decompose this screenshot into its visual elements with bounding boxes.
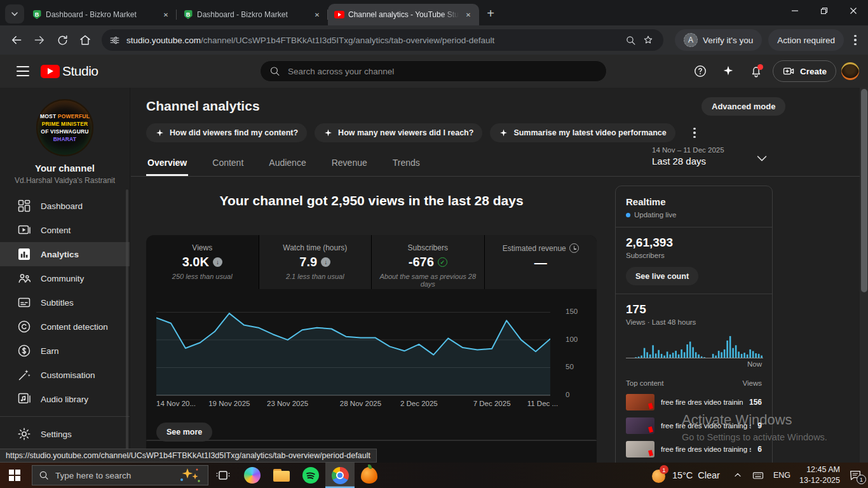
views-line-chart[interactable]: 050100150 14 Nov 20...19 Nov 202523 Nov … (156, 309, 550, 410)
tab-close-icon[interactable]: ✕ (311, 9, 323, 20)
action-required-chip[interactable]: Action required (768, 29, 844, 51)
bookmark-star-icon[interactable] (639, 31, 657, 49)
tab-trends[interactable]: Trends (391, 154, 421, 174)
analytics-chips-menu-icon[interactable] (687, 125, 702, 140)
realtime-bar-chart[interactable] (626, 332, 762, 359)
verify-profile-chip[interactable]: A Verify it's you (675, 29, 762, 51)
top-content-row[interactable]: free fire dres video training so...6 (626, 441, 762, 458)
analytics-icon (17, 247, 32, 262)
page-scrollbar[interactable] (860, 55, 868, 463)
tab-revenue[interactable]: Revenue (330, 154, 369, 174)
sidebar-item-settings[interactable]: Settings (0, 422, 130, 446)
sidebar-item-community[interactable]: Community (0, 266, 130, 290)
stat-card-estimated-revenue[interactable]: Estimated revenue— (485, 235, 597, 289)
live-dot-icon (626, 213, 630, 217)
realtime-views-count: 175 (626, 302, 762, 316)
chevron-down-icon[interactable] (755, 151, 769, 165)
see-live-count-button[interactable]: See live count (626, 267, 698, 285)
taskbar-clock[interactable]: 12:45 AM 13-12-2025 (797, 464, 843, 486)
tray-chevron-icon[interactable] (733, 470, 743, 480)
new-tab-button[interactable]: + (482, 4, 499, 22)
chrome-button[interactable] (325, 463, 355, 488)
sidebar-item-earn[interactable]: Earn (0, 339, 130, 363)
taskbar-weather[interactable]: 1 15°C Clear (646, 468, 726, 483)
fl-studio-button[interactable] (355, 463, 384, 488)
sparkle-icon[interactable] (717, 60, 740, 83)
sidebar-item-customisation[interactable]: Customisation (0, 363, 130, 387)
sidebar-item-dashboard[interactable]: Dashboard (0, 194, 130, 218)
task-view-button[interactable] (208, 463, 238, 488)
page-title: Channel analytics (146, 98, 260, 114)
spotify-button[interactable] (296, 463, 325, 488)
create-button[interactable]: Create (773, 60, 836, 82)
sidebar-item-audio-library[interactable]: Audio library (0, 387, 130, 411)
home-button[interactable] (75, 30, 95, 50)
tab-list-chevron-icon[interactable] (5, 4, 24, 24)
back-button[interactable] (6, 30, 27, 50)
stat-card-subscribers[interactable]: Subscribers-676✓About the same as previo… (372, 235, 485, 289)
suggestion-chip-summarise-my-latest-video-perf[interactable]: Summarise my latest video performance (490, 123, 675, 142)
top-content-row[interactable]: free fire dres video training ...156 (626, 394, 762, 410)
chip-label: How many new viewers did I reach? (338, 128, 473, 137)
close-window-button[interactable] (839, 0, 868, 22)
channel-search-box[interactable] (260, 60, 607, 82)
windows-taskbar: 1 15°C Clear ENG 12:45 AM 13-12-2025 1 (0, 463, 868, 488)
see-more-button[interactable]: See more (156, 423, 212, 442)
browser-menu-icon[interactable] (848, 32, 863, 48)
language-indicator[interactable]: ENG (773, 471, 790, 480)
zoom-page-icon[interactable] (621, 31, 639, 49)
file-explorer-button[interactable] (267, 463, 296, 488)
browser-tab-dashboard-bizkro-market[interactable]: BDashboard - Bizkro Market✕ (25, 4, 177, 25)
copilot-button[interactable] (238, 463, 267, 488)
taskbar-search-box[interactable] (32, 465, 208, 485)
sidebar-item-analytics[interactable]: Analytics (0, 242, 130, 266)
channel-name: Your channel (0, 163, 130, 173)
suggestion-chip-how-many-new-viewers-did-i-rea[interactable]: How many new viewers did I reach? (315, 123, 482, 142)
stat-value: — (485, 255, 597, 270)
action-center-button[interactable]: 1 (843, 463, 868, 488)
youtube-studio-logo[interactable]: Studio (41, 64, 98, 79)
top-content-row[interactable]: free fire dres video training so...9 (626, 417, 762, 434)
channel-search-input[interactable] (288, 67, 597, 76)
realtime-views-label: Views · Last 48 hours (626, 318, 762, 326)
hamburger-menu-icon[interactable] (10, 58, 36, 84)
tab-overview[interactable]: Overview (146, 154, 188, 174)
video-thumbnail (626, 441, 654, 458)
tab-close-icon[interactable]: ✕ (160, 9, 172, 20)
sidebar-item-label: Community (41, 274, 84, 283)
copyright-icon (17, 319, 32, 334)
account-avatar[interactable] (841, 62, 859, 80)
sidebar-item-subtitles[interactable]: Subtitles (0, 290, 130, 315)
date-range-picker[interactable]: 14 Nov – 11 Dec 2025 Last 28 days (652, 146, 724, 166)
channel-handle: Vd.Harshal Vaidya's Rastranit (0, 176, 130, 185)
tab-content[interactable]: Content (211, 154, 245, 174)
notifications-bell-icon[interactable] (745, 60, 768, 83)
restore-button[interactable] (810, 0, 839, 22)
chip-label: Summarise my latest video performance (513, 128, 666, 137)
suggestion-chip-how-did-viewers-find-my-conten[interactable]: How did viewers find my content? (146, 123, 307, 142)
sidebar-scrollbar[interactable] (126, 189, 128, 463)
reload-button[interactable] (52, 30, 72, 50)
advanced-mode-button[interactable]: Advanced mode (702, 97, 785, 116)
browser-tab-channel-analytics-youtube-stu[interactable]: Channel analytics - YouTube Stu✕ (328, 4, 479, 25)
browser-tab-dashboard-bizkro-market[interactable]: BDashboard - Bizkro Market✕ (177, 4, 328, 25)
address-bar[interactable]: studio.youtube.com/channel/UCsWP1b4FTBKk… (102, 29, 663, 51)
stat-value: 7.9↓ (259, 255, 372, 269)
taskbar-search-input[interactable] (55, 471, 157, 480)
sidebar-item-content[interactable]: Content (0, 218, 130, 242)
site-settings-icon[interactable] (109, 35, 120, 46)
scrollbar-thumb[interactable] (861, 89, 867, 292)
channel-avatar[interactable]: MOST POWERFULPRIME MINISTEROF VISHWAGURU… (36, 99, 93, 156)
help-icon[interactable] (689, 60, 712, 83)
stat-card-watch-time-hours[interactable]: Watch time (hours)7.9↓2.1 less than usua… (259, 235, 372, 289)
touch-keyboard-icon[interactable] (752, 469, 764, 482)
sidebar-item-content-detection[interactable]: Content detection (0, 315, 130, 339)
forward-button[interactable] (29, 30, 50, 50)
tab-audience[interactable]: Audience (268, 154, 307, 174)
stat-note: About the same as previous 28 days (372, 273, 484, 288)
url-host: studio.youtube.com (126, 36, 201, 45)
minimize-button[interactable] (780, 0, 810, 22)
stat-card-views[interactable]: Views3.0K↓250 less than usual (146, 235, 259, 289)
start-button[interactable] (0, 463, 29, 488)
tab-close-icon[interactable]: ✕ (463, 9, 474, 20)
